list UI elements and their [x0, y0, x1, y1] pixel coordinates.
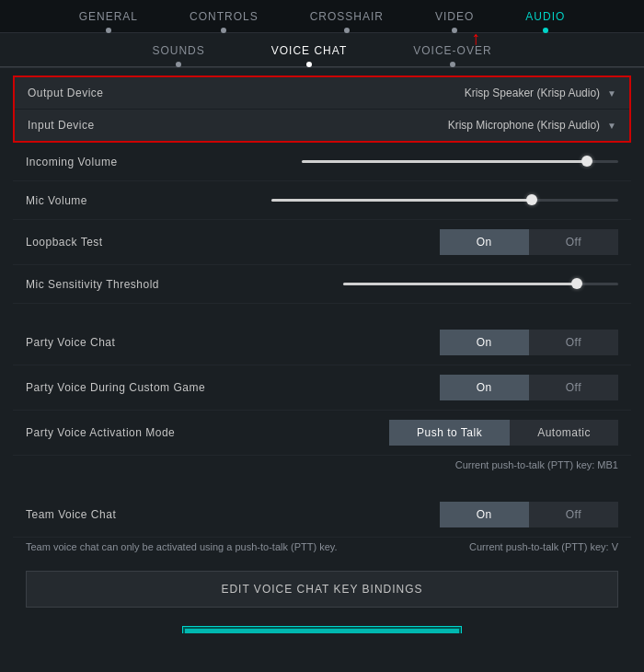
loopback-off-button[interactable]: Off [529, 229, 618, 255]
mic-volume-label: Mic Volume [26, 194, 87, 207]
loopback-test-label: Loopback Test [26, 236, 103, 249]
party-voice-activation-toggle: Push to Talk Automatic [389, 420, 618, 446]
loopback-on-button[interactable]: On [440, 229, 529, 255]
team-voice-chat-label: Team Voice Chat [26, 508, 116, 521]
input-device-row[interactable]: Input Device Krisp Microphone (Krisp Aud… [15, 110, 629, 141]
team-voice-info: Team voice chat can only be activated us… [13, 538, 631, 562]
subnav-voice-chat[interactable]: VOICE CHAT [238, 33, 380, 67]
output-device-label: Output Device [28, 87, 104, 99]
output-device-row[interactable]: Output Device Krisp Speaker (Krisp Audio… [15, 77, 629, 110]
party-voice-activation-label: Party Voice Activation Mode [26, 426, 175, 439]
sub-navigation: SOUNDS VOICE CHAT VOICE-OVER [0, 33, 644, 68]
party-voice-custom-row: Party Voice During Custom Game On Off [13, 365, 631, 411]
mic-sensitivity-slider[interactable] [343, 283, 618, 286]
incoming-volume-row: Incoming Volume [13, 143, 631, 181]
input-device-value[interactable]: Krisp Microphone (Krisp Audio) ▼ [448, 119, 616, 132]
nav-audio[interactable]: AUDIO [500, 0, 591, 32]
settings-section: Incoming Volume Mic Volume Loopback Test [13, 143, 631, 562]
mic-sensitivity-label: Mic Sensitivity Threshold [26, 278, 159, 291]
team-voice-toggle-group: On Off [440, 502, 618, 527]
nav-video[interactable]: VIDEO [409, 0, 500, 32]
edit-bindings-button[interactable]: EDIT VOICE CHAT KEY BINDINGS [26, 571, 618, 608]
loopback-test-row: Loopback Test On Off [13, 220, 631, 265]
close-settings-button[interactable]: CLOSE SETTINGS [182, 626, 461, 633]
party-voice-toggle-group: On Off [440, 330, 618, 355]
mic-sensitivity-row: Mic Sensitivity Threshold [13, 265, 631, 304]
incoming-volume-label: Incoming Volume [26, 156, 118, 168]
incoming-volume-slider[interactable] [302, 160, 618, 164]
output-dropdown-arrow: ▼ [607, 88, 616, 98]
party-ptt-info: Current push-to-talk (PTT) key: MB1 [13, 456, 631, 476]
party-voice-custom-on-button[interactable]: On [440, 375, 529, 400]
subnav-sounds[interactable]: SOUNDS [119, 33, 237, 67]
main-content: Output Device Krisp Speaker (Krisp Audio… [0, 68, 644, 633]
arrow-indicator: ↑ [471, 28, 480, 49]
party-voice-chat-row: Party Voice Chat On Off [13, 320, 631, 365]
output-device-value[interactable]: Krisp Speaker (Krisp Audio) ▼ [465, 87, 616, 99]
team-voice-chat-row: Team Voice Chat On Off [13, 492, 631, 538]
team-voice-info-left: Team voice chat can only be activated us… [26, 541, 338, 552]
team-voice-off-button[interactable]: Off [529, 502, 618, 527]
mic-volume-row: Mic Volume [13, 181, 631, 220]
nav-general[interactable]: GENERAL [53, 0, 164, 32]
team-voice-info-right: Current push-to-talk (PTT) key: V [469, 541, 618, 552]
nav-crosshair[interactable]: CROSSHAIR [284, 0, 409, 32]
subnav-voice-over[interactable]: VOICE-OVER [380, 33, 524, 67]
device-section: Output Device Krisp Speaker (Krisp Audio… [13, 75, 631, 143]
input-dropdown-arrow: ▼ [607, 121, 616, 131]
mic-volume-slider[interactable] [271, 199, 618, 203]
top-navigation: GENERAL CONTROLS CROSSHAIR VIDEO AUDIO [0, 0, 644, 33]
push-to-talk-button[interactable]: Push to Talk [389, 420, 510, 446]
party-voice-custom-off-button[interactable]: Off [529, 375, 618, 400]
automatic-button[interactable]: Automatic [510, 420, 618, 446]
close-btn-container: CLOSE SETTINGS [13, 617, 631, 633]
party-voice-custom-label: Party Voice During Custom Game [26, 381, 205, 394]
party-voice-custom-toggle: On Off [440, 375, 618, 400]
party-voice-on-button[interactable]: On [440, 330, 529, 355]
nav-controls[interactable]: CONTROLS [164, 0, 284, 32]
party-voice-activation-row: Party Voice Activation Mode Push to Talk… [13, 411, 631, 456]
input-device-label: Input Device [28, 119, 95, 132]
team-voice-on-button[interactable]: On [440, 502, 529, 527]
loopback-toggle-group: On Off [440, 229, 618, 255]
party-voice-off-button[interactable]: Off [529, 330, 618, 355]
party-voice-chat-label: Party Voice Chat [26, 336, 115, 349]
